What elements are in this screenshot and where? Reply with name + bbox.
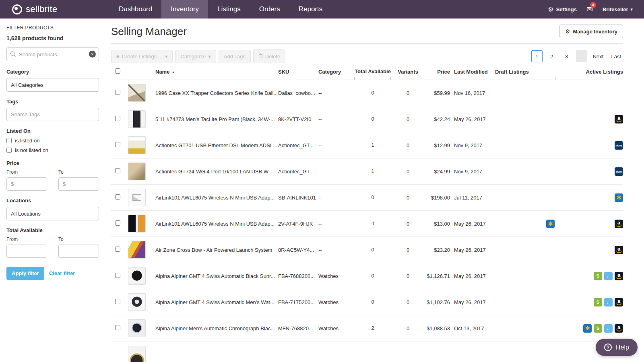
price-from-input[interactable] xyxy=(6,177,47,191)
variants-value: 0 xyxy=(391,142,425,148)
column-header-name[interactable]: Name▲ xyxy=(155,69,278,75)
row-checkbox[interactable] xyxy=(115,90,120,95)
arrow-channel-icon[interactable]: ← xyxy=(604,298,613,306)
partial-product-image xyxy=(128,346,146,362)
nav-orders[interactable]: Orders xyxy=(250,0,289,19)
row-checkbox[interactable] xyxy=(115,142,120,147)
amazon-channel-icon[interactable]: a xyxy=(615,220,623,228)
column-header-total-available[interactable]: Total Available xyxy=(355,68,391,75)
row-checkbox[interactable] xyxy=(115,116,120,121)
delete-button[interactable]: Delete xyxy=(253,49,286,63)
select-all-checkbox[interactable] xyxy=(115,68,120,74)
row-checkbox[interactable] xyxy=(115,299,120,304)
page-1-button[interactable]: 1 xyxy=(531,50,543,62)
clear-search-icon[interactable]: × xyxy=(89,51,96,58)
row-checkbox[interactable] xyxy=(115,220,120,226)
walmart-channel-icon[interactable]: ✱ xyxy=(583,324,592,333)
create-listings-button[interactable]: ≡ Create Listings ... ▾ xyxy=(111,50,173,63)
column-label: Price xyxy=(437,69,450,75)
help-button[interactable]: ? Help xyxy=(596,339,638,356)
product-name[interactable]: Air Zone Cross Bow - Air Powered Launch … xyxy=(155,247,278,253)
nav-dashboard[interactable]: Dashboard xyxy=(109,0,161,19)
column-header-last-modified[interactable]: Last Modified xyxy=(450,69,495,75)
amazon-channel-icon[interactable]: a xyxy=(615,298,623,306)
amazon-channel-icon[interactable]: a xyxy=(615,115,623,123)
account-menu[interactable]: Briteseller ▾ xyxy=(603,6,633,12)
list-icon: ≡ xyxy=(116,53,120,60)
last-modified-value: Nov 9, 2017 xyxy=(450,169,495,175)
locations-label: Locations xyxy=(6,197,99,204)
next-page-button[interactable]: Next xyxy=(591,50,606,62)
product-name[interactable]: 5.11 #74273 Men's TacLite Pro Pant (Blac… xyxy=(155,116,278,122)
product-image xyxy=(128,241,146,259)
tags-input[interactable] xyxy=(6,108,99,121)
row-checkbox[interactable] xyxy=(115,325,120,330)
column-header-price[interactable]: Price xyxy=(425,69,450,75)
amazon-channel-icon[interactable]: a xyxy=(615,272,623,280)
column-header-category[interactable]: Category xyxy=(318,69,355,75)
walmart-channel-icon[interactable]: ✱ xyxy=(615,193,623,202)
is-listed-on-checkbox[interactable] xyxy=(6,138,12,143)
apply-filter-button[interactable]: Apply filter xyxy=(6,267,44,280)
column-label: Name xyxy=(155,69,169,75)
row-checkbox[interactable] xyxy=(115,273,120,278)
nav-listings[interactable]: Listings xyxy=(208,0,250,19)
shopify-channel-icon[interactable]: S xyxy=(594,298,602,306)
row-checkbox[interactable] xyxy=(115,168,120,173)
price-to-input[interactable] xyxy=(58,177,99,191)
arrow-channel-icon[interactable]: ← xyxy=(604,272,613,280)
delete-label: Delete xyxy=(265,53,281,60)
row-checkbox[interactable] xyxy=(115,247,120,252)
manage-inventory-button[interactable]: ⚙ Manage Inventory xyxy=(559,25,623,38)
nav-reports[interactable]: Reports xyxy=(289,0,332,19)
product-image xyxy=(128,189,146,206)
category-select[interactable]: All Categories xyxy=(6,78,99,92)
total-available-to-input[interactable] xyxy=(58,245,99,258)
product-name[interactable]: Alpina Alpiner GMT 4 Swiss Automatic Men… xyxy=(155,299,278,305)
filter-title: FILTER PRODUCTS xyxy=(6,25,99,31)
listed-on-label: Listed On xyxy=(6,128,99,134)
is-not-listed-on-checkbox[interactable] xyxy=(6,148,12,153)
shopify-channel-icon[interactable]: S xyxy=(594,272,602,280)
column-header-sku[interactable]: SKU xyxy=(278,69,318,75)
total-available-from-input[interactable] xyxy=(6,245,47,258)
search-input[interactable] xyxy=(6,47,99,61)
shopify-channel-icon[interactable]: S xyxy=(594,324,602,333)
clear-filter-link[interactable]: Clear filter xyxy=(49,270,75,276)
nav-inventory[interactable]: Inventory xyxy=(161,0,208,19)
ebay-channel-icon[interactable]: ebay xyxy=(615,167,623,176)
amazon-channel-icon[interactable]: a xyxy=(615,324,623,333)
column-header-draft-listings[interactable]: Draft Listings xyxy=(495,69,555,75)
total-available-value: 0 xyxy=(355,90,391,96)
sellbrite-logo[interactable]: sellbrite xyxy=(0,0,109,19)
column-header-active-listings[interactable]: Active Listings xyxy=(555,69,623,75)
product-name[interactable]: Actiontec GT724-WG 4-Port 10/100 LAN USB… xyxy=(155,169,278,175)
categorize-button[interactable]: Categorize ▾ xyxy=(175,50,216,63)
product-name[interactable]: Actiontec GT701 USB Ethernet DSL Modem A… xyxy=(155,142,278,148)
product-name[interactable]: Alpina Alpiner Men's Automatic Chronogra… xyxy=(155,325,278,331)
is-not-listed-on-option[interactable]: is not listed on xyxy=(6,147,99,153)
product-name[interactable]: AirLink101 AWLL6075 Wireless N Mini USB … xyxy=(155,221,278,227)
product-name[interactable]: AirLink101 AWLL6075 Wireless N Mini USB … xyxy=(155,195,278,201)
page-3-button[interactable]: 3 xyxy=(561,50,572,62)
amazon-channel-icon[interactable]: a xyxy=(615,246,623,254)
page-ellipsis[interactable]: ... xyxy=(576,50,587,62)
walmart-channel-icon[interactable]: ✱ xyxy=(546,220,555,228)
row-checkbox[interactable] xyxy=(115,194,120,200)
active-listings-cell: ✱ xyxy=(555,193,623,202)
locations-select[interactable]: All Locations xyxy=(6,207,99,220)
table-row: Actiontec GT724-WG 4-Port 10/100 LAN USB… xyxy=(111,158,623,185)
last-page-button[interactable]: Last xyxy=(609,50,623,62)
price-value: $1,088.53 xyxy=(425,325,450,331)
product-name[interactable]: Alpina Alpiner GMT 4 Swiss Automatic Bla… xyxy=(155,273,278,279)
arrow-channel-icon[interactable]: ← xyxy=(604,324,613,333)
messages-link[interactable]: ✉ 3 xyxy=(586,5,593,14)
add-tags-button[interactable]: Add Tags xyxy=(219,50,251,63)
search-icon xyxy=(10,51,16,59)
is-listed-on-option[interactable]: is listed on xyxy=(6,138,99,144)
page-2-button[interactable]: 2 xyxy=(546,50,557,62)
column-header-variants[interactable]: Variants xyxy=(391,69,425,75)
ebay-channel-icon[interactable]: ebay xyxy=(615,141,623,150)
settings-link[interactable]: ⚙ Settings xyxy=(548,6,577,13)
product-name[interactable]: 1996 Case XX Trapper Collectors Series K… xyxy=(155,90,278,96)
